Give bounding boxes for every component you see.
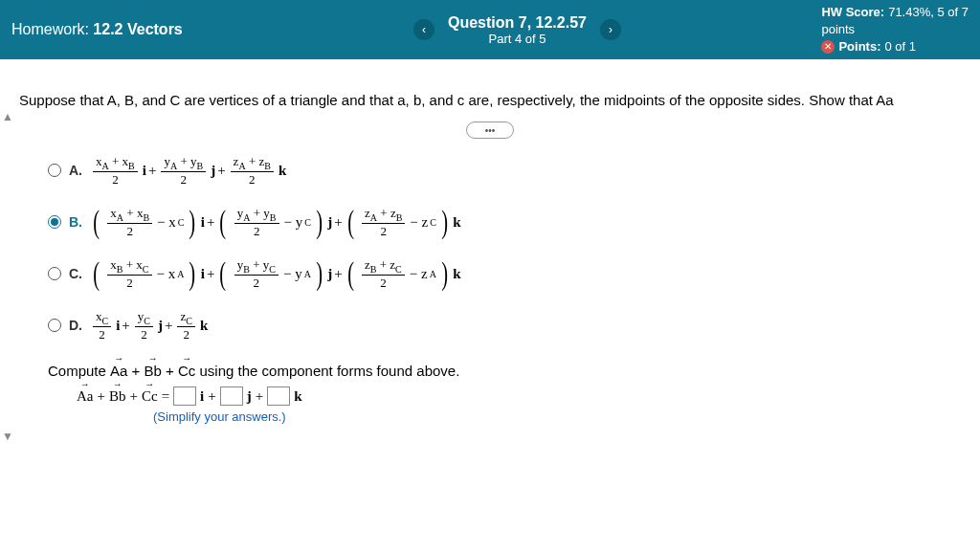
expand-button[interactable]: ••• xyxy=(466,121,514,139)
choice-c-label: C. xyxy=(69,266,90,281)
choice-d[interactable]: D. xC2 i + yC2 j + zC2 k xyxy=(48,305,961,345)
homework-title: Homework: 12.2 Vectors xyxy=(11,21,413,38)
choice-c[interactable]: C. ( xB + xC2 − xA ) i + ( yB + yC2 − yA… xyxy=(48,254,961,294)
content-area: Suppose that A, B, and C are vertices of… xyxy=(0,59,980,424)
prev-question-button[interactable]: ‹ xyxy=(413,19,434,40)
answer-choices: A. xA + xB2 i+ yA + yB2 j+ zA + zB2 k B.… xyxy=(48,150,961,345)
points-value: 0 of 1 xyxy=(884,38,916,55)
answer-input-i[interactable] xyxy=(173,386,196,406)
problem-statement: Suppose that A, B, and C are vertices of… xyxy=(19,92,961,108)
choice-b-math: ( xA + xB2 − xC ) i + ( yA + yB2 − yC ) … xyxy=(90,204,461,240)
vec-bb: Bb xyxy=(145,363,162,379)
unit-i: i xyxy=(200,388,204,405)
radio-c[interactable] xyxy=(48,267,61,280)
compute-suffix: using the component forms found above. xyxy=(200,363,460,379)
radio-d[interactable] xyxy=(48,319,61,332)
homework-name: 12.2 Vectors xyxy=(93,21,182,37)
answer-input-j[interactable] xyxy=(220,386,243,406)
hw-score-value: 71.43%, 5 of 7 xyxy=(888,4,969,21)
vec-aa: Aa xyxy=(110,363,127,379)
answer-equation: Aa + Bb + Cc = i + j + k xyxy=(77,386,961,406)
choice-a-math: xA + xB2 i+ yA + yB2 j+ zA + zB2 k xyxy=(90,155,286,187)
choice-d-math: xC2 i + yC2 j + zC2 k xyxy=(90,310,208,342)
simplify-note: (Simplify your answers.) xyxy=(153,409,961,424)
choice-b-label: B. xyxy=(69,214,90,230)
choice-d-label: D. xyxy=(69,318,90,333)
compute-instruction: Compute Aa + Bb + Cc using the component… xyxy=(48,363,961,379)
choice-b[interactable]: B. ( xA + xB2 − xC ) i + ( yA + yB2 − yC… xyxy=(48,202,961,242)
points-label: Points: xyxy=(838,38,880,55)
hw-score-label: HW Score: xyxy=(821,4,884,21)
compute-prefix: Compute xyxy=(48,363,110,379)
radio-b[interactable] xyxy=(48,215,61,229)
question-part: Part 4 of 5 xyxy=(448,32,587,46)
choice-a[interactable]: A. xA + xB2 i+ yA + yB2 j+ zA + zB2 k xyxy=(48,150,961,190)
incorrect-icon: ✕ xyxy=(821,40,835,54)
unit-j: j xyxy=(247,388,252,405)
choice-a-label: A. xyxy=(69,163,90,178)
unit-k: k xyxy=(294,388,301,405)
vec-cc-2: Cc xyxy=(142,388,158,405)
score-panel: HW Score: 71.43%, 5 of 7 points ✕ Points… xyxy=(821,4,969,56)
question-nav: ‹ Question 7, 12.2.57 Part 4 of 5 › xyxy=(413,14,621,46)
points-word: points xyxy=(821,21,855,38)
radio-a[interactable] xyxy=(48,164,61,177)
question-number: Question 7, 12.2.57 xyxy=(448,14,587,32)
homework-label: Homework: xyxy=(11,21,89,37)
scroll-down-icon[interactable]: ▼ xyxy=(2,430,13,443)
choice-c-math: ( xB + xC2 − xA ) i + ( yB + yC2 − yA ) … xyxy=(90,255,461,292)
app-header: Homework: 12.2 Vectors ‹ Question 7, 12.… xyxy=(0,0,980,59)
answer-input-k[interactable] xyxy=(267,386,290,406)
points-row: ✕ Points: 0 of 1 xyxy=(821,38,969,55)
question-info: Question 7, 12.2.57 Part 4 of 5 xyxy=(442,14,592,46)
vec-cc: Cc xyxy=(178,363,195,379)
next-question-button[interactable]: › xyxy=(600,19,621,40)
vec-aa-2: Aa xyxy=(77,388,94,405)
points-word-row: points xyxy=(821,21,969,38)
hw-score-row: HW Score: 71.43%, 5 of 7 xyxy=(821,4,969,21)
vec-bb-2: Bb xyxy=(109,388,126,405)
